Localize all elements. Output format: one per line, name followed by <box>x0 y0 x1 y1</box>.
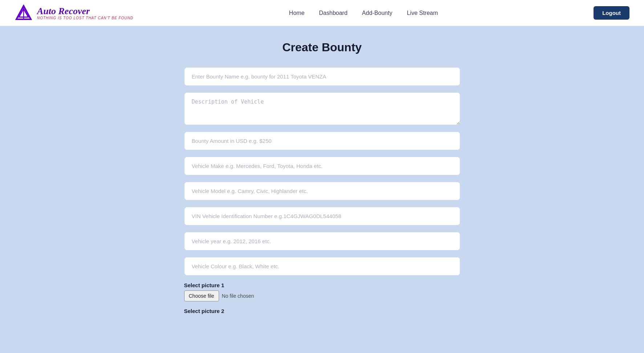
vehicle-year-input[interactable] <box>184 232 460 250</box>
description-textarea[interactable] <box>184 92 460 125</box>
picture1-input-row: Choose file No file chosen <box>184 290 460 301</box>
nav-link-live-stream[interactable]: Live Stream <box>407 10 438 16</box>
nav-item-live-stream[interactable]: Live Stream <box>407 10 438 16</box>
vehicle-make-input[interactable] <box>184 157 460 175</box>
logout-button[interactable]: Logout <box>594 6 629 20</box>
brand-tagline: NOTHING IS TOO LOST THAT CAN'T BE FOUND <box>37 16 133 20</box>
nav-links: Home Dashboard Add-Bounty Live Stream <box>289 10 438 16</box>
brand-logo: Auto Recover NOTHING IS TOO LOST THAT CA… <box>15 4 133 22</box>
picture1-label: Select picture 1 <box>184 282 460 288</box>
navbar: Auto Recover NOTHING IS TOO LOST THAT CA… <box>0 0 644 26</box>
vehicle-model-input[interactable] <box>184 182 460 200</box>
nav-item-add-bounty[interactable]: Add-Bounty <box>362 10 393 16</box>
nav-item-home[interactable]: Home <box>289 10 305 16</box>
nav-link-home[interactable]: Home <box>289 10 305 16</box>
vin-input[interactable] <box>184 207 460 225</box>
amount-input[interactable] <box>184 132 460 150</box>
brand-text: Auto Recover NOTHING IS TOO LOST THAT CA… <box>37 6 133 20</box>
picture1-section: Select picture 1 Choose file No file cho… <box>184 282 460 301</box>
picture2-label: Select picture 2 <box>184 308 460 314</box>
main-content: Create Bounty Select picture 1 Choose fi… <box>0 26 644 336</box>
picture1-no-file-text: No file chosen <box>222 293 254 299</box>
choose-file-1-button[interactable]: Choose file <box>184 290 219 301</box>
nav-link-add-bounty[interactable]: Add-Bounty <box>362 10 393 16</box>
create-bounty-form: Select picture 1 Choose file No file cho… <box>184 67 460 314</box>
picture2-section: Select picture 2 <box>184 308 460 314</box>
page-title: Create Bounty <box>7 41 637 54</box>
nav-item-dashboard[interactable]: Dashboard <box>319 10 347 16</box>
vehicle-colour-input[interactable] <box>184 257 460 276</box>
nav-link-dashboard[interactable]: Dashboard <box>319 10 347 16</box>
brand-name: Auto Recover <box>37 6 133 17</box>
bounty-name-input[interactable] <box>184 67 460 86</box>
logo-icon <box>15 4 33 22</box>
